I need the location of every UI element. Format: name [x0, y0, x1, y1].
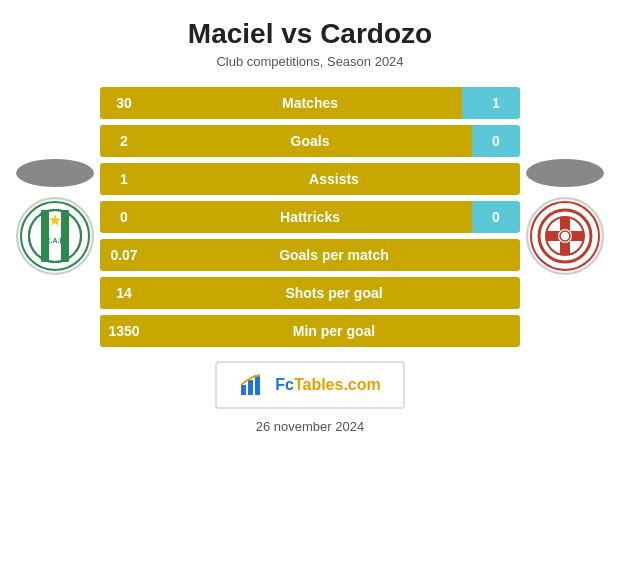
- stat-label-assists: Assists: [148, 163, 520, 195]
- left-team-area: C.A.B: [10, 159, 100, 275]
- stat-label-min-per-goal: Min per goal: [148, 315, 520, 347]
- stat-row-assists: 1Assists: [100, 163, 520, 195]
- stat-right-matches: 1: [472, 87, 520, 119]
- right-team-area: [520, 159, 610, 275]
- stat-row-goals: 2Goals0: [100, 125, 520, 157]
- stat-label-text-hattricks: Hattricks: [280, 209, 340, 225]
- stat-left-shots-per-goal: 14: [100, 277, 148, 309]
- stat-right-hattricks: 0: [472, 201, 520, 233]
- page-title: Maciel vs Cardozo: [188, 18, 432, 50]
- stat-label-goals: Goals: [148, 125, 472, 157]
- stat-left-hattricks: 0: [100, 201, 148, 233]
- stat-row-hattricks: 0Hattricks0: [100, 201, 520, 233]
- page-subtitle: Club competitions, Season 2024: [216, 54, 403, 69]
- svg-rect-1: [41, 210, 49, 262]
- svg-rect-14: [255, 375, 260, 395]
- left-team-pill: [16, 159, 94, 187]
- stat-label-text-min-per-goal: Min per goal: [293, 323, 375, 339]
- stat-left-min-per-goal: 1350: [100, 315, 148, 347]
- stat-label-hattricks: Hattricks: [148, 201, 472, 233]
- left-team-logo: C.A.B: [16, 197, 94, 275]
- stat-row-matches: 30Matches1: [100, 87, 520, 119]
- stat-label-text-assists: Assists: [309, 171, 359, 187]
- stat-label-text-shots-per-goal: Shots per goal: [285, 285, 382, 301]
- comparison-area: C.A.B 30Matches12Goals01Assists0Hattrick…: [10, 87, 610, 347]
- date-text: 26 november 2024: [256, 419, 364, 434]
- stat-left-goals-per-match: 0.07: [100, 239, 148, 271]
- stat-right-goals: 0: [472, 125, 520, 157]
- stat-label-goals-per-match: Goals per match: [148, 239, 520, 271]
- watermark-text: FcTables.com: [275, 376, 381, 394]
- stat-label-shots-per-goal: Shots per goal: [148, 277, 520, 309]
- right-team-logo: [526, 197, 604, 275]
- stat-row-goals-per-match: 0.07Goals per match: [100, 239, 520, 271]
- stat-row-shots-per-goal: 14Shots per goal: [100, 277, 520, 309]
- stats-column: 30Matches12Goals01Assists0Hattricks00.07…: [100, 87, 520, 347]
- svg-rect-2: [61, 210, 69, 262]
- svg-rect-12: [241, 385, 246, 395]
- stat-label-text-goals: Goals: [291, 133, 330, 149]
- stat-left-goals: 2: [100, 125, 148, 157]
- stat-label-text-goals-per-match: Goals per match: [279, 247, 389, 263]
- page-wrapper: Maciel vs Cardozo Club competitions, Sea…: [0, 0, 620, 580]
- stat-label-matches: Matches: [148, 87, 472, 119]
- stat-row-min-per-goal: 1350Min per goal: [100, 315, 520, 347]
- right-team-pill: [526, 159, 604, 187]
- svg-text:C.A.B: C.A.B: [45, 237, 64, 244]
- svg-rect-13: [248, 380, 253, 395]
- watermark-box: FcTables.com: [215, 361, 405, 409]
- stat-label-text-matches: Matches: [282, 95, 338, 111]
- stat-left-assists: 1: [100, 163, 148, 195]
- watermark-icon: [239, 371, 267, 399]
- stat-left-matches: 30: [100, 87, 148, 119]
